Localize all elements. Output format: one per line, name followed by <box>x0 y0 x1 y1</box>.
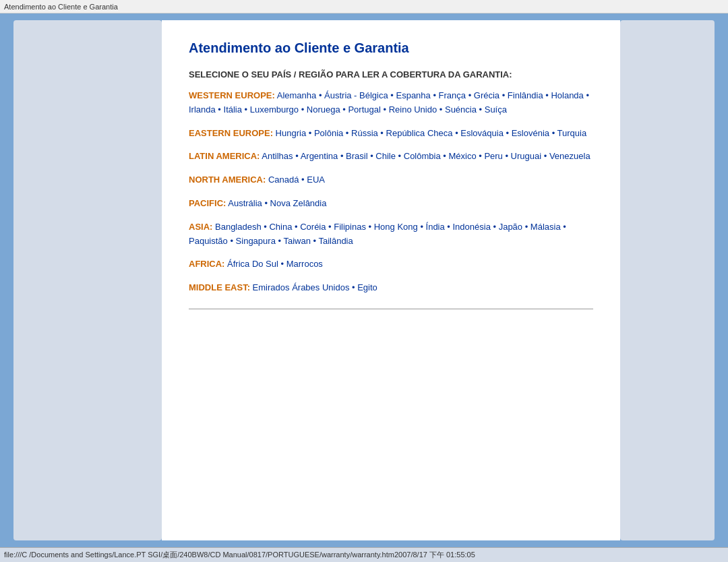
regions-container: WESTERN EUROPE: Alemanha • Áustria - Bél… <box>189 89 593 295</box>
title-bar-text: Atendimento ao Cliente e Garantia <box>4 3 118 11</box>
region-block-asia: ASIA: Bangladesh • China • Coréia • Fili… <box>189 220 593 249</box>
region-content-north-america: Canadá • EUA <box>266 175 325 185</box>
region-block-western-europe: WESTERN EUROPE: Alemanha • Áustria - Bél… <box>189 89 593 117</box>
region-label-latin-america[interactable]: LATIN AMERICA: <box>189 151 260 161</box>
region-label-western-europe[interactable]: WESTERN EUROPE: <box>189 90 275 100</box>
region-label-pacific[interactable]: PACIFIC: <box>189 198 226 208</box>
region-content-eastern-europe: Hungria • Polônia • Rússia • República C… <box>273 128 586 138</box>
browser-body: Atendimento ao Cliente e Garantia SELECI… <box>0 13 728 547</box>
region-block-pacific: PACIFIC: Austrália • Nova Zelândia <box>189 197 593 211</box>
region-label-north-america[interactable]: NORTH AMERICA: <box>189 175 266 185</box>
region-content-asia: Bangladesh • China • Coréia • Filipinas … <box>189 222 566 246</box>
left-panel <box>13 20 162 540</box>
region-content-middle-east: Emirados Árabes Unidos • Egito <box>250 282 377 292</box>
region-block-latin-america: LATIN AMERICA: Antilhas • Argentina • Br… <box>189 150 593 164</box>
region-block-north-america: NORTH AMERICA: Canadá • EUA <box>189 173 593 187</box>
region-content-africa: África Do Sul • Marrocos <box>224 259 322 269</box>
region-label-eastern-europe[interactable]: EASTERN EUROPE: <box>189 128 273 138</box>
region-block-africa: AFRICA: África Do Sul • Marrocos <box>189 257 593 272</box>
section-heading: SELECIONE O SEU PAÍS / Região PARA LER A… <box>189 69 593 80</box>
status-bar-text: file:///C /Documents and Settings/Lance.… <box>4 550 475 560</box>
page-title: Atendimento ao Cliente e Garantia <box>189 40 593 56</box>
divider <box>189 309 593 309</box>
center-panel: Atendimento ao Cliente e Garantia SELECI… <box>162 20 620 540</box>
region-content-pacific: Austrália • Nova Zelândia <box>226 198 326 208</box>
title-bar: Atendimento ao Cliente e Garantia <box>0 0 728 13</box>
region-label-africa[interactable]: AFRICA: <box>189 259 224 269</box>
status-bar: file:///C /Documents and Settings/Lance.… <box>0 547 728 562</box>
right-panel <box>620 20 715 540</box>
region-label-middle-east[interactable]: MIDDLE EAST: <box>189 282 250 292</box>
region-block-eastern-europe: EASTERN EUROPE: Hungria • Polônia • Rúss… <box>189 127 593 141</box>
region-block-middle-east: MIDDLE EAST: Emirados Árabes Unidos • Eg… <box>189 281 593 295</box>
content-area: Atendimento ao Cliente e Garantia SELECI… <box>0 13 728 547</box>
region-label-asia[interactable]: ASIA: <box>189 222 212 232</box>
region-content-latin-america: Antilhas • Argentina • Brasil • Chile • … <box>260 151 590 161</box>
